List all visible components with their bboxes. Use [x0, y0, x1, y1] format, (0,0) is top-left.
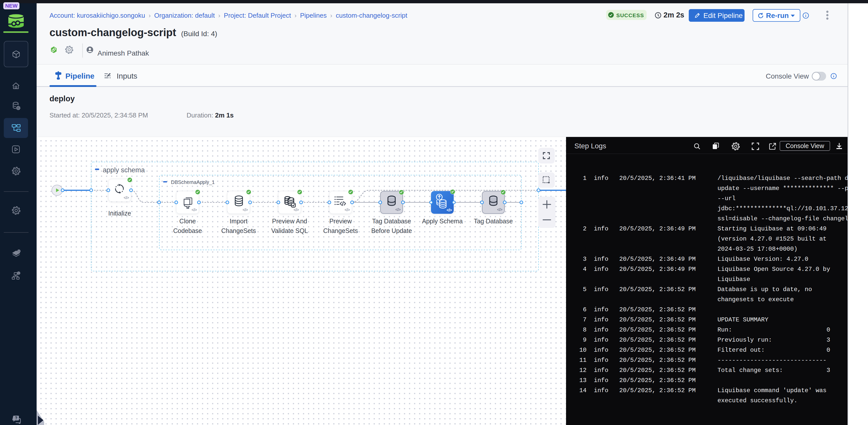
svg-text:apply schema: apply schema — [103, 166, 145, 174]
svg-text:?: ? — [15, 416, 18, 420]
svg-text:DBSchemaApply_1: DBSchemaApply_1 — [171, 179, 215, 185]
